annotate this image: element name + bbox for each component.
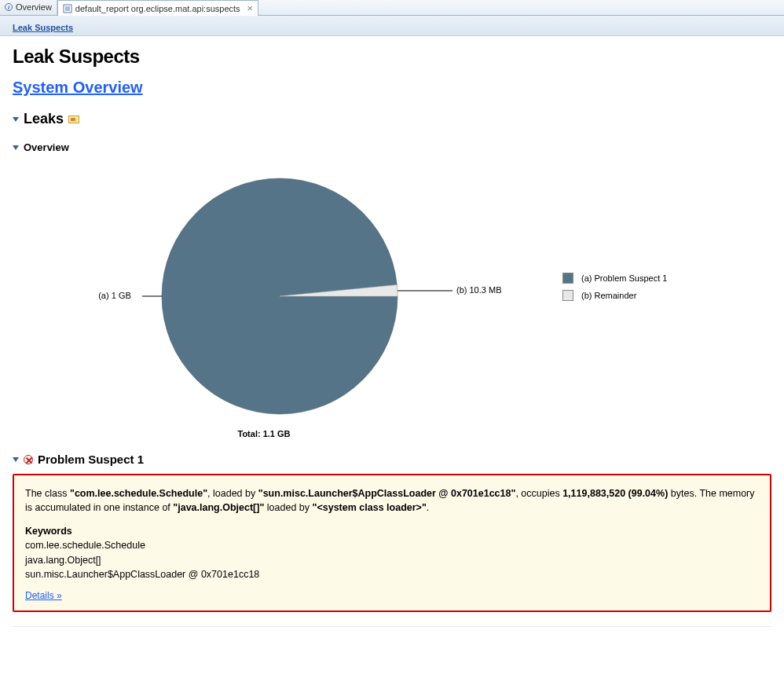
tab-overview[interactable]: i Overview bbox=[0, 0, 57, 15]
leaks-icon bbox=[68, 116, 79, 123]
report-icon bbox=[63, 4, 72, 13]
section-label: Overview bbox=[24, 141, 69, 153]
problem-description: The class "com.lee.schedule.Schedule", l… bbox=[25, 486, 759, 515]
twistie-down-icon bbox=[13, 117, 19, 122]
divider bbox=[13, 626, 771, 627]
legend-item-a: (a) Problem Suspect 1 bbox=[562, 273, 667, 284]
pie-chart-container: (a) 1 GB (b) 10.3 MB Total: 1.1 GB (a) P… bbox=[13, 163, 771, 438]
system-overview-link[interactable]: System Overview bbox=[13, 79, 143, 96]
keyword-line: com.lee.schedule.Schedule bbox=[25, 538, 759, 552]
breadcrumb-band: Leak Suspects bbox=[0, 16, 784, 36]
editor-tab-bar: i Overview default_report org.eclipse.ma… bbox=[0, 0, 784, 16]
legend-label: (b) Remainder bbox=[581, 291, 636, 300]
page-title: Leak Suspects bbox=[13, 46, 771, 68]
details-link[interactable]: Details » bbox=[25, 589, 62, 603]
keywords-heading: Keywords bbox=[25, 524, 759, 538]
pie-label-a: (a) 1 GB bbox=[98, 291, 131, 300]
close-icon[interactable]: ✕ bbox=[247, 4, 253, 13]
tab-label: default_report org.eclipse.mat.api:suspe… bbox=[75, 4, 240, 13]
chart-total-label: Total: 1.1 GB bbox=[13, 429, 515, 438]
report-content: Leak Suspects System Overview Leaks Over… bbox=[0, 36, 784, 643]
section-header-overview[interactable]: Overview bbox=[13, 141, 771, 153]
problem-suspect-box: The class "com.lee.schedule.Schedule", l… bbox=[13, 474, 771, 612]
error-icon bbox=[24, 455, 33, 464]
pie-chart: (a) 1 GB (b) 10.3 MB Total: 1.1 GB bbox=[13, 163, 515, 438]
pie-label-b: (b) 10.3 MB bbox=[456, 285, 501, 295]
keyword-line: java.lang.Object[] bbox=[25, 553, 759, 567]
chart-legend: (a) Problem Suspect 1 (b) Remainder bbox=[562, 273, 667, 307]
info-icon: i bbox=[5, 3, 13, 11]
section-header-problem-suspect-1[interactable]: Problem Suspect 1 bbox=[13, 453, 771, 466]
tab-default-report[interactable]: default_report org.eclipse.mat.api:suspe… bbox=[57, 0, 258, 16]
section-overview: Overview (a) 1 GB (b) 10.3 MB Total: 1.1… bbox=[13, 141, 771, 438]
section-leaks: Leaks bbox=[13, 111, 771, 127]
twistie-down-icon bbox=[13, 457, 19, 462]
keyword-line: sun.misc.Launcher$AppClassLoader @ 0x701… bbox=[25, 567, 759, 581]
section-header-leaks[interactable]: Leaks bbox=[13, 111, 771, 127]
twistie-down-icon bbox=[13, 145, 19, 150]
legend-label: (a) Problem Suspect 1 bbox=[581, 273, 667, 283]
breadcrumb-leak-suspects[interactable]: Leak Suspects bbox=[13, 23, 73, 32]
section-label: Leaks bbox=[24, 111, 64, 127]
section-label: Problem Suspect 1 bbox=[38, 453, 144, 466]
legend-swatch-icon bbox=[562, 290, 573, 301]
tab-label: Overview bbox=[16, 2, 52, 12]
legend-swatch-icon bbox=[562, 273, 573, 284]
legend-item-b: (b) Remainder bbox=[562, 290, 667, 301]
section-problem-suspect-1: Problem Suspect 1 The class "com.lee.sch… bbox=[13, 453, 771, 612]
